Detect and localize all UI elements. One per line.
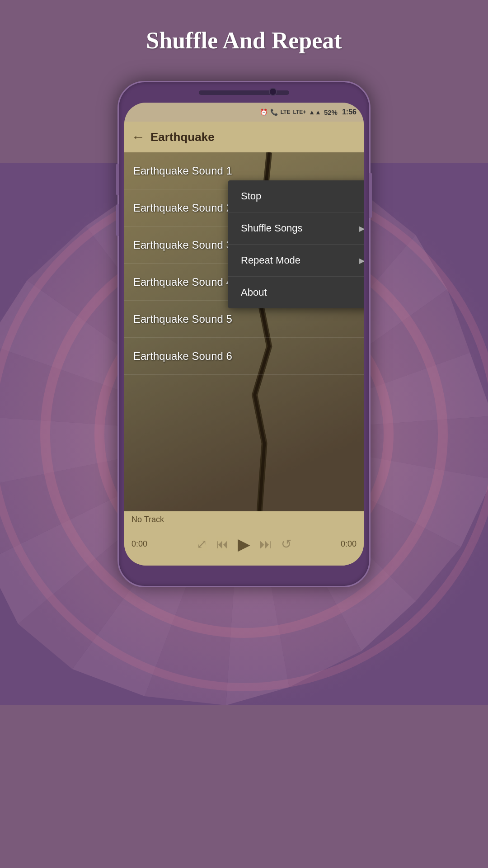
context-menu: Stop Shuffle Songs ▶ Repeat Mode ▶ About [228,180,364,308]
phone-frame-wrapper: ⏰ 📞 LTE LTE+ ▲▲ 52% 1:56 ← Earthquake [117,81,371,587]
volume-up-button[interactable] [116,164,119,195]
repeat-arrow-icon: ▶ [359,256,364,265]
shuffle-arrow-icon: ▶ [359,224,364,233]
repeat-button[interactable]: ↺ [281,537,291,552]
app-bar-title: Earthquake [150,130,215,144]
back-button[interactable]: ← [131,129,145,145]
prev-button[interactable]: ⏮ [216,537,229,552]
track-name: No Track [131,515,357,524]
menu-about[interactable]: About [228,277,364,308]
lte-label: LTE [281,109,291,115]
time-end: 0:00 [341,539,357,549]
time-display: 1:56 [342,108,357,116]
control-buttons: ⤢ ⏮ ▶ ⏭ ↺ [197,535,291,554]
play-button[interactable]: ▶ [238,535,250,554]
time-start: 0:00 [131,539,147,549]
app-bar: ← Earthquake [124,122,364,152]
battery-label: 52% [324,108,338,116]
status-bar: ⏰ 📞 LTE LTE+ ▲▲ 52% 1:56 [124,103,364,122]
player-controls: 0:00 ⤢ ⏮ ▶ ⏭ ↺ 0:00 [131,526,357,562]
phone-screen: ⏰ 📞 LTE LTE+ ▲▲ 52% 1:56 ← Earthquake [124,103,364,566]
page-title: Shuffle And Repeat [146,27,342,54]
bottom-player: No Track 0:00 ⤢ ⏮ ▶ ⏭ ↺ 0:00 [124,511,364,566]
lte-plus-label: LTE+ [293,109,306,115]
menu-shuffle-songs[interactable]: Shuffle Songs ▶ [228,212,364,245]
phone-frame: ⏰ 📞 LTE LTE+ ▲▲ 52% 1:56 ← Earthquake [117,81,371,587]
signal-icon: ▲▲ [309,108,321,116]
shuffle-button[interactable]: ⤢ [197,537,207,552]
call-icon: 📞 [270,108,278,116]
volume-down-button[interactable] [116,204,119,236]
song-list-area: Earthquake Sound 1 Earthquake Sound 2 Ea… [124,152,364,511]
power-button[interactable] [369,173,372,218]
song-item-6[interactable]: Earthquake Sound 6 [124,338,364,375]
alarm-icon: ⏰ [260,108,267,116]
menu-repeat-mode[interactable]: Repeat Mode ▶ [228,245,364,277]
menu-stop[interactable]: Stop [228,180,364,212]
app-content: ⏰ 📞 LTE LTE+ ▲▲ 52% 1:56 ← Earthquake [124,103,364,566]
next-button[interactable]: ⏭ [259,537,272,552]
